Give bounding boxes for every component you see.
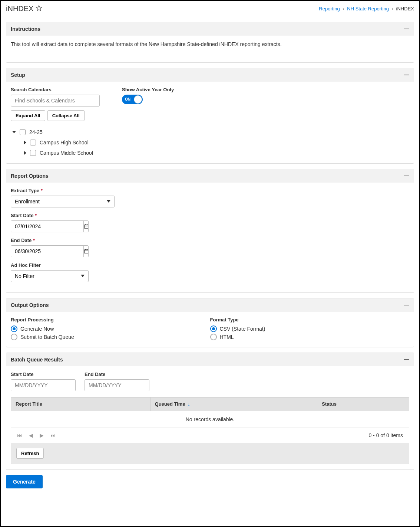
radio-label: CSV (State Format) — [220, 326, 265, 332]
chevron-right-icon: › — [343, 6, 344, 12]
collapse-icon[interactable] — [404, 29, 409, 29]
extract-type-select[interactable]: Enrollment — [11, 196, 115, 207]
collapse-icon[interactable] — [404, 75, 409, 75]
chevron-right-icon: › — [392, 6, 393, 12]
search-calendars-input[interactable] — [11, 95, 100, 107]
radio-label: Generate Now — [20, 326, 54, 332]
batch-queue-title: Batch Queue Results — [11, 357, 63, 363]
report-processing-label: Report Processing — [11, 317, 210, 323]
tree-child-label[interactable]: Campus Middle School — [40, 150, 93, 156]
setup-title: Setup — [11, 72, 25, 78]
start-date-label: Start Date * — [11, 213, 409, 218]
end-date-input[interactable] — [11, 246, 83, 257]
radio-icon[interactable] — [210, 325, 217, 332]
pager-prev-icon[interactable]: ◀ — [29, 432, 33, 438]
instructions-title: Instructions — [11, 26, 40, 32]
format-type-label: Format Type — [210, 317, 410, 323]
calendar-icon[interactable] — [83, 221, 89, 232]
caret-right-icon[interactable] — [24, 151, 26, 155]
batch-start-date-label: Start Date — [11, 371, 76, 377]
pager-last-icon[interactable]: ⏭ — [50, 432, 56, 438]
breadcrumb-reporting[interactable]: Reporting — [319, 6, 340, 12]
batch-start-date-input[interactable] — [11, 380, 76, 391]
svg-rect-1 — [85, 225, 89, 228]
collapse-icon[interactable] — [404, 305, 409, 305]
pager-next-icon[interactable]: ▶ — [40, 432, 44, 438]
caret-right-icon[interactable] — [24, 141, 26, 144]
batch-results-grid: Report Title Queued Time ↓ Status No rec… — [11, 397, 409, 464]
instructions-panel: Instructions This tool will extract data… — [6, 22, 414, 63]
instructions-text: This tool will extract data to complete … — [11, 41, 409, 57]
report-options-title: Report Options — [11, 173, 49, 179]
grid-empty-message: No records available. — [11, 411, 409, 428]
radio-icon[interactable] — [11, 325, 17, 332]
active-year-toggle[interactable]: ON — [122, 95, 143, 104]
setup-panel: Setup Search Calendars Show Active Year … — [6, 68, 414, 164]
adhoc-filter-select[interactable]: No Filter — [11, 270, 89, 282]
tree-root-label[interactable]: 24-25 — [29, 129, 43, 135]
batch-end-date-input[interactable] — [85, 380, 149, 391]
radio-generate-now[interactable]: Generate Now — [11, 325, 210, 332]
col-queued-time[interactable]: Queued Time ↓ — [151, 397, 318, 411]
col-status[interactable]: Status — [317, 397, 409, 411]
pager-first-icon[interactable]: ⏮ — [17, 432, 22, 438]
tree-child-label[interactable]: Campus High School — [40, 140, 89, 145]
pager-summary: 0 - 0 of 0 items — [368, 432, 403, 438]
radio-html[interactable]: HTML — [210, 334, 410, 340]
radio-submit-batch[interactable]: Submit to Batch Queue — [11, 334, 210, 340]
toggle-on-label: ON — [125, 97, 130, 101]
batch-queue-header[interactable]: Batch Queue Results — [6, 353, 414, 366]
extract-type-label: Extract Type * — [11, 188, 409, 193]
breadcrumb-current: iNHDEX — [396, 6, 414, 12]
refresh-button[interactable]: Refresh — [16, 448, 44, 459]
search-calendars-label: Search Calendars — [11, 87, 100, 92]
generate-button[interactable]: Generate — [6, 475, 43, 488]
pager: ⏮ ◀ ▶ ⏭ — [17, 432, 56, 438]
expand-all-button[interactable]: Expand All — [11, 110, 45, 121]
setup-header[interactable]: Setup — [6, 68, 414, 82]
sort-arrow-down-icon: ↓ — [188, 401, 190, 407]
favorite-star-icon[interactable] — [36, 5, 42, 13]
caret-down-icon[interactable] — [12, 131, 16, 133]
collapse-icon[interactable] — [404, 359, 409, 360]
radio-icon[interactable] — [210, 334, 217, 340]
batch-end-date-label: End Date — [85, 371, 149, 377]
output-options-title: Output Options — [11, 302, 49, 308]
svg-rect-5 — [85, 250, 89, 253]
output-options-panel: Output Options Report Processing Generat… — [6, 298, 414, 347]
output-options-header[interactable]: Output Options — [6, 298, 414, 312]
active-year-label: Show Active Year Only — [122, 87, 174, 92]
radio-label: Submit to Batch Queue — [20, 334, 74, 340]
batch-queue-panel: Batch Queue Results Start Date End Date — [6, 353, 414, 470]
breadcrumb-nh-state[interactable]: NH State Reporting — [347, 6, 389, 12]
tree-checkbox[interactable] — [20, 129, 26, 135]
report-options-panel: Report Options Extract Type * Enrollment… — [6, 169, 414, 293]
radio-icon[interactable] — [11, 334, 17, 340]
calendar-icon[interactable] — [83, 246, 89, 257]
radio-csv[interactable]: CSV (State Format) — [210, 325, 410, 332]
col-report-title[interactable]: Report Title — [11, 397, 151, 411]
radio-label: HTML — [220, 334, 234, 340]
tree-node-child: Campus High School — [11, 137, 409, 148]
collapse-all-button[interactable]: Collapse All — [47, 110, 85, 121]
instructions-header[interactable]: Instructions — [6, 22, 414, 36]
report-options-header[interactable]: Report Options — [6, 169, 414, 183]
col-queued-time-label: Queued Time — [155, 401, 185, 407]
tree-node-child: Campus Middle School — [11, 148, 409, 158]
breadcrumb: Reporting › NH State Reporting › iNHDEX — [319, 6, 414, 12]
tree-checkbox[interactable] — [30, 150, 36, 156]
page-title: iNHDEX — [6, 4, 33, 13]
adhoc-filter-label: Ad Hoc Filter — [11, 262, 409, 268]
svg-marker-0 — [36, 6, 42, 11]
start-date-input[interactable] — [11, 221, 83, 232]
tree-checkbox[interactable] — [30, 140, 36, 145]
end-date-label: End Date * — [11, 238, 409, 243]
tree-node-root: 24-25 — [11, 127, 409, 137]
collapse-icon[interactable] — [404, 176, 409, 176]
